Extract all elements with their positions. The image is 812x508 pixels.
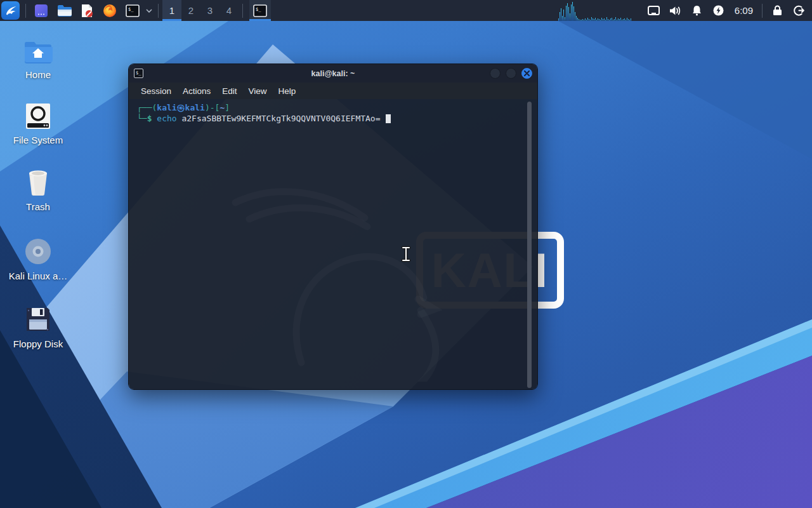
app-window-icon [34,4,48,18]
text-editor-icon [81,4,93,18]
terminal-icon: $_ [253,4,267,17]
chevron-down-icon [146,9,152,13]
desktop-icon-trash[interactable]: Trash [5,167,71,212]
panel-separator [762,4,763,18]
trash-icon [24,167,52,196]
launcher-text-editor[interactable] [77,0,96,21]
workspace-3[interactable]: 3 [200,0,219,21]
svg-text:$_: $_ [256,7,261,12]
launcher-app-window[interactable] [32,0,51,21]
power-icon [713,5,724,16]
launcher-firefox[interactable] [100,0,119,21]
terminal-output-area[interactable]: ┌──(kali㉿kali)-[~] └─$ echo a2FsaSBBTEw9… [129,99,537,390]
desktop-icon-kali-cd[interactable]: Kali Linux a… [5,236,71,281]
close-icon [524,70,530,76]
terminal-icon: $_ [126,4,140,17]
lock-icon [773,5,782,16]
terminal-scrollbar[interactable] [527,102,532,388]
bell-icon [691,5,702,16]
display-tray-button[interactable] [643,0,665,21]
taskbar-terminal-window-button[interactable]: $_ [249,0,271,21]
volume-icon [669,6,681,16]
panel-separator [158,4,159,18]
disc-icon [24,236,52,265]
launcher-dropdown-button[interactable] [144,0,154,21]
menu-actions[interactable]: Actions [177,86,216,96]
desktop-icon-label: Trash [26,201,50,212]
system-monitor-graph[interactable] [558,0,634,21]
terminal-window: $_ kali@kali: ~ Session Actions Edit Vie… [128,64,538,390]
display-icon [648,6,660,15]
menu-edit[interactable]: Edit [216,86,242,96]
desktop-icon-floppy[interactable]: Floppy Disk [5,304,71,349]
launcher-terminal[interactable]: $_ [123,0,142,21]
menu-session[interactable]: Session [135,86,177,96]
workspace-4[interactable]: 4 [219,0,239,21]
menu-bar: Session Actions Edit View Help [129,83,537,99]
floppy-icon [24,304,52,333]
prompt-line-1: ┌──(kali㉿kali)-[~] [137,102,537,113]
desktop-icon-home[interactable]: Home [5,35,71,80]
notifications-tray-button[interactable] [686,0,708,21]
desktop-icon-label: Home [25,69,51,80]
workspace-1[interactable]: 1 [162,0,181,21]
desktop-icon-label: Floppy Disk [13,338,63,349]
clock[interactable]: 6:09 [730,5,758,16]
desktop-icon-label: Kali Linux a… [9,271,68,281]
workspace-2[interactable]: 2 [181,0,200,21]
power-manager-tray-button[interactable] [708,0,730,21]
prompt-line-2: └─$ echo a2FsaSBBTEw9KEFMTCkgTk9QQVNTV0Q… [137,113,537,124]
firefox-icon [103,4,117,18]
top-panel: $_ 1 2 3 4 $_ [0,0,812,21]
menu-view[interactable]: View [243,86,273,96]
svg-text:$_: $_ [128,7,134,12]
logout-icon [794,5,804,16]
desktop-icon-label: File System [13,135,63,145]
volume-tray-button[interactable] [665,0,686,21]
filesystem-icon [25,100,51,130]
maximize-button[interactable] [506,68,516,79]
logout-button[interactable] [788,0,809,21]
terminal-icon: $_ [134,69,143,78]
window-titlebar[interactable]: $_ kali@kali: ~ [129,64,537,83]
kali-dragon-watermark [230,166,459,382]
lock-screen-button[interactable] [766,0,788,21]
home-folder-icon [23,35,53,64]
panel-separator [242,4,243,18]
kali-dragon-icon [4,4,17,17]
minimize-button[interactable] [490,68,501,79]
desktop-icon-filesystem[interactable]: File System [5,100,71,145]
menu-help[interactable]: Help [273,86,302,96]
applications-menu-button[interactable] [1,1,20,20]
terminal-cursor [386,114,391,123]
window-title: kali@kali: ~ [129,69,537,78]
launcher-file-manager[interactable] [55,0,74,21]
file-manager-icon [57,4,72,17]
panel-separator [25,4,26,18]
close-button[interactable] [521,68,532,79]
